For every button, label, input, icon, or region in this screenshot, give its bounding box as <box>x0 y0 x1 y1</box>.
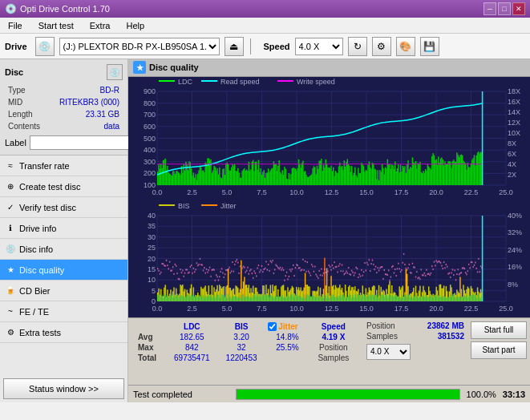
drive-label: Drive <box>5 42 27 51</box>
nav-label-verify-test-disc: Verify test disc <box>19 203 76 212</box>
bottom-chart-canvas <box>128 201 530 317</box>
content-area: ★ Disc quality <box>128 59 530 402</box>
charts-area <box>128 77 530 317</box>
stats-col-jitter-label: Jitter <box>265 321 310 332</box>
jitter-checkbox[interactable] <box>268 322 277 331</box>
drive-select[interactable]: (J:) PLEXTOR BD-R PX-LB950SA 1.06 <box>59 38 220 55</box>
nav-label-create-test-disc: Create test disc <box>19 182 80 192</box>
nav-label-fe-te: FE / TE <box>19 307 49 317</box>
status-bar: Test completed 100.0% 33:13 <box>128 385 530 402</box>
speed-select[interactable]: 4.0 X <box>295 38 343 55</box>
close-button[interactable]: ✕ <box>512 2 525 15</box>
nav-label-disc-info: Disc info <box>19 244 53 254</box>
avg-ldc: 182.65 <box>166 332 218 342</box>
stats-table: LDC BIS Jitter Speed <box>135 321 357 363</box>
total-ldc: 69735471 <box>166 353 218 363</box>
sidebar-item-verify-test-disc[interactable]: ✓ Verify test disc <box>0 197 127 218</box>
samples-label: Samples <box>366 332 398 341</box>
menu-help[interactable]: Help <box>121 19 149 32</box>
sidebar-item-create-test-disc[interactable]: ⊕ Create test disc <box>0 176 127 197</box>
sidebar-item-transfer-rate[interactable]: ≈ Transfer rate <box>0 155 127 176</box>
mid-label: MID <box>6 97 47 107</box>
title-bar: 💿 Opti Drive Control 1.70 ─ □ ✕ <box>0 0 530 18</box>
nav-label-transfer-rate: Transfer rate <box>19 161 70 171</box>
sidebar-item-cd-bier[interactable]: 🍺 CD Bier <box>0 281 127 301</box>
contents-label: Contents <box>6 121 47 131</box>
disc-info-panel: Disc 💿 Type BD-R MID RITEKBR3 (000) Leng… <box>0 59 127 155</box>
create-test-disc-icon: ⊕ <box>5 181 16 192</box>
color-button[interactable]: 🎨 <box>396 37 415 56</box>
nav-label-extra-tests: Extra tests <box>19 328 61 337</box>
title-bar-controls: ─ □ ✕ <box>483 2 525 15</box>
stats-total-row: Total 69735471 1220453 Samples <box>135 353 357 363</box>
eject-button[interactable]: ⏏ <box>225 37 244 56</box>
disc-quality-title: Disc quality <box>149 63 199 72</box>
main-layout: Disc 💿 Type BD-R MID RITEKBR3 (000) Leng… <box>0 59 530 402</box>
start-full-button[interactable]: Start full <box>471 321 527 339</box>
extra-tests-icon: ⚙ <box>5 327 16 338</box>
progress-bar <box>237 390 459 399</box>
disc-info-table: Type BD-R MID RITEKBR3 (000) Length 23.3… <box>5 83 123 133</box>
speed-control-row: 4.0 X <box>366 344 464 360</box>
minimize-button[interactable]: ─ <box>483 2 496 15</box>
menu-start-test[interactable]: Start test <box>34 19 79 32</box>
disc-info-header: Disc 💿 <box>5 64 123 80</box>
disc-mid-row: MID RITEKBR3 (000) <box>6 97 121 107</box>
contents-value: data <box>48 121 121 131</box>
save-button[interactable]: 💾 <box>420 37 439 56</box>
total-samples-label: Samples <box>310 353 357 363</box>
menu-file[interactable]: File <box>3 19 27 32</box>
stats-col-bis: BIS <box>218 321 265 332</box>
samples-row: Samples 381532 <box>366 332 464 341</box>
test-speed-select[interactable]: 4.0 X <box>366 344 411 360</box>
max-position-label: Position <box>310 342 357 353</box>
max-ldc: 842 <box>166 342 218 353</box>
menu-bar: File Start test Extra Help <box>0 18 530 34</box>
stats-avg-row: Avg 182.65 3.20 14.8% 4.19 X <box>135 332 357 342</box>
sidebar-nav: ≈ Transfer rate ⊕ Create test disc ✓ Ver… <box>0 155 127 375</box>
position-row: Position 23862 MB <box>366 321 464 330</box>
disc-info-icon: 💿 <box>5 244 16 255</box>
stats-table-area: LDC BIS Jitter Speed <box>128 318 363 386</box>
sidebar-item-extra-tests[interactable]: ⚙ Extra tests <box>0 322 127 343</box>
status-window-button[interactable]: Status window >> <box>3 378 124 399</box>
length-value: 23.31 GB <box>48 109 121 119</box>
toolbar-separator <box>250 38 251 55</box>
nav-label-disc-quality: Disc quality <box>19 265 64 275</box>
label-input[interactable] <box>30 135 133 150</box>
stats-col-ldc: LDC <box>166 321 218 332</box>
stats-col-speed: Speed <box>310 321 357 332</box>
disc-length-row: Length 23.31 GB <box>6 109 121 119</box>
sidebar-item-disc-quality[interactable]: ★ Disc quality <box>0 260 127 281</box>
progress-bar-container <box>236 389 460 400</box>
settings-button[interactable]: ⚙ <box>372 37 391 56</box>
avg-bis: 3.20 <box>218 332 265 342</box>
nav-label-cd-bier: CD Bier <box>19 286 51 296</box>
top-chart-canvas <box>128 77 530 201</box>
position-label: Position <box>366 321 395 330</box>
menu-extra[interactable]: Extra <box>85 19 115 32</box>
drive-icon-btn[interactable]: 💿 <box>35 37 55 56</box>
position-value: 23862 MB <box>427 321 464 330</box>
progress-percent: 100.0% <box>467 390 496 399</box>
disc-quality-header: ★ Disc quality <box>128 59 530 77</box>
start-part-button[interactable]: Start part <box>471 341 527 359</box>
sidebar-item-drive-info[interactable]: ℹ Drive info <box>0 218 127 239</box>
time-display: 33:13 <box>503 390 525 399</box>
title-bar-left: 💿 Opti Drive Control 1.70 <box>5 3 110 14</box>
avg-jitter: 14.8% <box>265 332 310 342</box>
transfer-rate-icon: ≈ <box>5 160 16 172</box>
speed-label: Speed <box>264 42 290 51</box>
sidebar-item-disc-info[interactable]: 💿 Disc info <box>0 239 127 260</box>
refresh-button[interactable]: ↻ <box>348 37 367 56</box>
toolbar: Drive 💿 (J:) PLEXTOR BD-R PX-LB950SA 1.0… <box>0 34 530 59</box>
maximize-button[interactable]: □ <box>498 2 511 15</box>
cd-bier-icon: 🍺 <box>5 285 16 297</box>
status-text: Test completed <box>133 390 229 399</box>
length-label: Length <box>6 109 47 119</box>
label-text: Label <box>5 138 26 147</box>
disc-type-row: Type BD-R <box>6 85 121 95</box>
bottom-chart-container <box>128 201 530 317</box>
total-bis: 1220453 <box>218 353 265 363</box>
sidebar-item-fe-te[interactable]: ~ FE / TE <box>0 301 127 322</box>
